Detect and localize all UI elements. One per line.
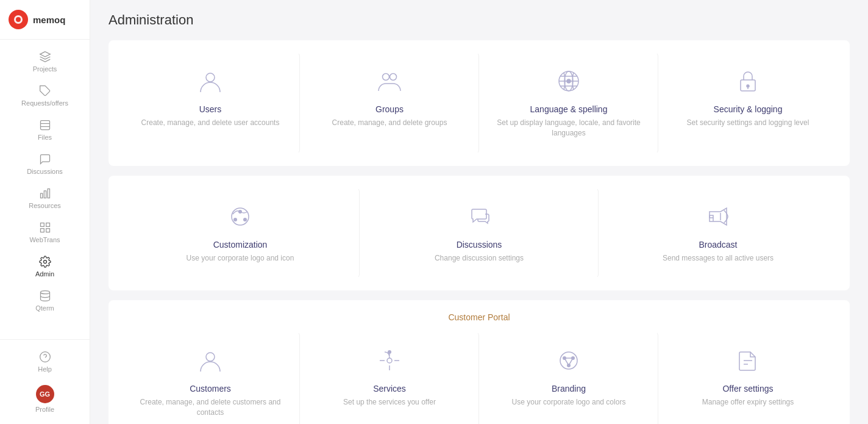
offer-settings-card-icon bbox=[735, 347, 761, 376]
logo: memoq bbox=[0, 0, 90, 40]
users-card-icon bbox=[197, 68, 224, 97]
security-card-icon bbox=[735, 68, 761, 97]
discussions-card-title: Discussions bbox=[457, 240, 502, 250]
services-card-icon bbox=[376, 347, 403, 376]
page-title: Administration bbox=[108, 12, 850, 28]
card-offer-settings[interactable]: Offer settings Manage offer expiry setti… bbox=[658, 332, 838, 424]
customers-card-desc: Create, manage, and delete customers and… bbox=[131, 397, 290, 418]
svg-rect-6 bbox=[40, 193, 42, 198]
services-card-title: Services bbox=[373, 384, 406, 393]
branding-card-title: Branding bbox=[552, 384, 586, 393]
card-language[interactable]: Language & spelling Set up display langu… bbox=[479, 52, 658, 154]
sidebar-item-help-label: Help bbox=[38, 365, 52, 373]
tag-icon bbox=[39, 85, 51, 97]
sidebar-item-discussions-label: Discussions bbox=[27, 168, 63, 175]
svg-rect-10 bbox=[46, 223, 49, 227]
discussions-card-desc: Change discussion settings bbox=[435, 253, 524, 264]
users-card-desc: Create, manage, and delete user accounts bbox=[141, 118, 280, 128]
sidebar-item-requests[interactable]: Requests/offers bbox=[0, 79, 90, 113]
svg-rect-3 bbox=[40, 121, 49, 130]
offer-settings-card-title: Offer settings bbox=[722, 384, 773, 393]
svg-point-17 bbox=[206, 73, 215, 82]
card-customization[interactable]: Customization Use your corporate logo an… bbox=[121, 188, 360, 279]
sidebar-item-requests-label: Requests/offers bbox=[21, 99, 68, 107]
sidebar-item-qterm[interactable]: Qterm bbox=[0, 284, 90, 318]
customization-card-icon bbox=[227, 203, 254, 232]
sidebar-item-admin[interactable]: Admin bbox=[0, 250, 90, 284]
svg-rect-9 bbox=[40, 223, 44, 227]
gear-icon bbox=[39, 256, 51, 268]
svg-point-38 bbox=[388, 350, 391, 354]
sidebar-item-help[interactable]: Help bbox=[0, 345, 90, 379]
svg-point-14 bbox=[40, 291, 49, 294]
svg-rect-12 bbox=[46, 229, 49, 232]
logo-text: memoq bbox=[33, 15, 65, 25]
card-groups[interactable]: Groups Create, manage, and delete groups bbox=[300, 52, 479, 154]
main-content: Administration Users Create, manage, and… bbox=[90, 0, 868, 424]
svg-point-33 bbox=[387, 358, 392, 363]
sidebar-bottom: Help GG Profile bbox=[0, 339, 90, 424]
broadcast-card-desc: Send messages to all active users bbox=[663, 253, 774, 264]
tools-card-section: Customization Use your corporate logo an… bbox=[108, 176, 850, 291]
avatar: GG bbox=[36, 385, 54, 403]
layers-icon bbox=[39, 51, 51, 63]
svg-point-19 bbox=[390, 74, 397, 81]
security-card-title: Security & logging bbox=[714, 104, 783, 114]
sidebar-item-projects[interactable]: Projects bbox=[0, 45, 90, 79]
security-card-desc: Set security settings and logging level bbox=[687, 118, 809, 128]
sidebar-item-resources[interactable]: Resources bbox=[0, 181, 90, 215]
groups-card-icon bbox=[376, 68, 403, 97]
branding-card-icon bbox=[555, 347, 582, 376]
sidebar-item-files-label: Files bbox=[38, 134, 52, 141]
card-broadcast[interactable]: Broadcast Send messages to all active us… bbox=[599, 188, 838, 279]
svg-point-15 bbox=[40, 352, 50, 362]
language-card-title: Language & spelling bbox=[530, 104, 608, 114]
tools-card-grid: Customization Use your corporate logo an… bbox=[121, 188, 838, 279]
card-branding[interactable]: Branding Use your corporate logo and col… bbox=[479, 332, 658, 424]
card-services[interactable]: Services Set up the services you offer bbox=[300, 332, 479, 424]
logo-icon bbox=[9, 10, 28, 29]
branding-card-desc: Use your corporate logo and colors bbox=[512, 397, 626, 408]
svg-point-23 bbox=[567, 79, 571, 83]
sidebar-item-discussions[interactable]: Discussions bbox=[0, 147, 90, 181]
svg-point-30 bbox=[233, 218, 237, 221]
card-users[interactable]: Users Create, manage, and delete user ac… bbox=[121, 52, 300, 154]
svg-rect-11 bbox=[40, 229, 44, 232]
sidebar-item-profile[interactable]: GG Profile bbox=[0, 379, 90, 419]
customers-card-title: Customers bbox=[190, 384, 231, 393]
broadcast-card-icon bbox=[705, 203, 731, 232]
groups-card-title: Groups bbox=[375, 104, 404, 114]
customer-portal-grid: Customers Create, manage, and delete cus… bbox=[121, 332, 838, 424]
discussions-card-icon bbox=[466, 203, 493, 232]
sidebar-item-resources-label: Resources bbox=[29, 202, 61, 209]
svg-point-1 bbox=[16, 17, 21, 22]
language-card-icon bbox=[555, 68, 582, 97]
svg-point-18 bbox=[383, 74, 390, 81]
sidebar-item-webtrans[interactable]: WebTrans bbox=[0, 215, 90, 250]
sidebar-item-projects-label: Projects bbox=[33, 65, 57, 73]
sidebar-item-admin-label: Admin bbox=[35, 270, 54, 278]
customer-portal-section: Customer Portal Customers Create, manage… bbox=[108, 300, 850, 424]
svg-rect-8 bbox=[48, 189, 49, 198]
svg-point-29 bbox=[243, 218, 247, 221]
customers-card-icon bbox=[197, 347, 224, 376]
sidebar: memoq Projects Requests/offers Files bbox=[0, 0, 90, 424]
bar-chart-icon bbox=[39, 187, 51, 199]
language-card-desc: Set up display language, locale, and fav… bbox=[489, 118, 648, 138]
customization-card-title: Customization bbox=[213, 240, 268, 250]
svg-rect-7 bbox=[44, 191, 46, 198]
offer-settings-card-desc: Manage offer expiry settings bbox=[702, 397, 794, 408]
svg-point-13 bbox=[43, 261, 46, 264]
help-icon bbox=[39, 351, 51, 363]
sidebar-item-files[interactable]: Files bbox=[0, 113, 90, 147]
svg-point-32 bbox=[206, 353, 215, 361]
services-card-desc: Set up the services you offer bbox=[343, 397, 436, 408]
broadcast-card-title: Broadcast bbox=[699, 240, 737, 250]
customer-portal-label: Customer Portal bbox=[121, 312, 838, 322]
card-discussions[interactable]: Discussions Change discussion settings bbox=[360, 188, 599, 279]
database-icon bbox=[39, 290, 51, 302]
sidebar-item-qterm-label: Qterm bbox=[35, 304, 54, 312]
file-icon bbox=[39, 119, 51, 131]
card-customers[interactable]: Customers Create, manage, and delete cus… bbox=[121, 332, 300, 424]
card-security[interactable]: Security & logging Set security settings… bbox=[658, 52, 838, 154]
